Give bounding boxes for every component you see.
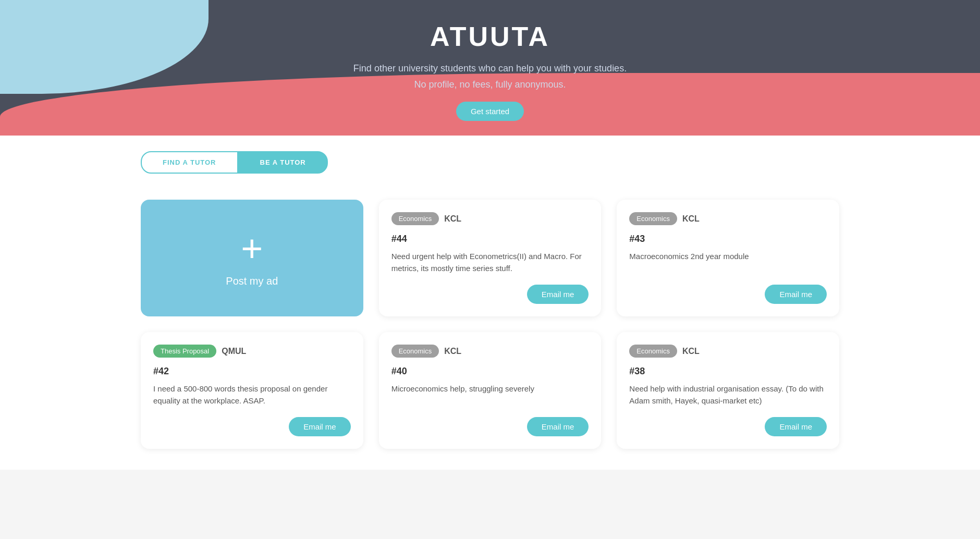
subject-tag: Thesis Proposal	[153, 345, 216, 358]
subject-tag: Economics	[391, 345, 439, 358]
hero-content: ATUUTA Find other university students wh…	[0, 0, 980, 121]
subject-tag: Economics	[629, 345, 677, 358]
ad-number: #42	[153, 366, 351, 377]
email-me-button-42[interactable]: Email me	[289, 417, 351, 436]
plus-icon: +	[241, 229, 263, 267]
tab-bar: FIND A TUTOR BE A TUTOR	[141, 151, 839, 174]
ad-number: #40	[391, 366, 589, 377]
ad-card-40: Economics KCL #40 Microeconomics help, s…	[379, 332, 602, 449]
subject-tag: Economics	[629, 212, 677, 225]
hero-section: ATUUTA Find other university students wh…	[0, 0, 980, 136]
email-me-button-40[interactable]: Email me	[527, 417, 589, 436]
ad-description: Macroeconomics 2nd year module	[629, 251, 827, 274]
uni-tag: KCL	[682, 347, 700, 356]
tab-find-tutor[interactable]: FIND A TUTOR	[141, 151, 238, 174]
uni-tag: QMUL	[222, 347, 246, 356]
hero-tagline: Find other university students who can h…	[353, 60, 627, 92]
ad-tags: Economics KCL	[391, 345, 589, 358]
app-logo: ATUUTA	[430, 21, 550, 52]
ad-number: #43	[629, 234, 827, 244]
post-ad-label: Post my ad	[226, 275, 278, 287]
ad-card-38: Economics KCL #38 Need help with industr…	[617, 332, 839, 449]
get-started-button[interactable]: Get started	[456, 102, 524, 121]
ad-number: #44	[391, 234, 589, 244]
ad-tags: Economics KCL	[629, 212, 827, 225]
ad-tags: Thesis Proposal QMUL	[153, 345, 351, 358]
email-me-button-44[interactable]: Email me	[527, 285, 589, 304]
email-me-button-38[interactable]: Email me	[765, 417, 827, 436]
ad-description: Need urgent help with Econometrics(II) a…	[391, 251, 589, 274]
ad-card-44: Economics KCL #44 Need urgent help with …	[379, 200, 602, 316]
email-me-button-43[interactable]: Email me	[765, 285, 827, 304]
ad-description: I need a 500-800 words thesis proposal o…	[153, 383, 351, 407]
uni-tag: KCL	[444, 347, 461, 356]
uni-tag: KCL	[444, 214, 461, 224]
ad-number: #38	[629, 366, 827, 377]
ad-tags: Economics KCL	[391, 212, 589, 225]
subject-tag: Economics	[391, 212, 439, 225]
ad-tags: Economics KCL	[629, 345, 827, 358]
ads-grid-row2: Thesis Proposal QMUL #42 I need a 500-80…	[141, 332, 839, 449]
ad-description: Microeconomics help, struggling severely	[391, 383, 589, 407]
ad-description: Need help with industrial organisation e…	[629, 383, 827, 407]
ad-card-42: Thesis Proposal QMUL #42 I need a 500-80…	[141, 332, 363, 449]
post-ad-card[interactable]: + Post my ad	[141, 200, 363, 316]
uni-tag: KCL	[682, 214, 700, 224]
ad-card-43: Economics KCL #43 Macroeconomics 2nd yea…	[617, 200, 839, 316]
main-content: FIND A TUTOR BE A TUTOR + Post my ad Eco…	[0, 136, 980, 470]
tab-be-tutor[interactable]: BE A TUTOR	[238, 151, 328, 174]
ads-grid-row1: + Post my ad Economics KCL #44 Need urge…	[141, 200, 839, 316]
